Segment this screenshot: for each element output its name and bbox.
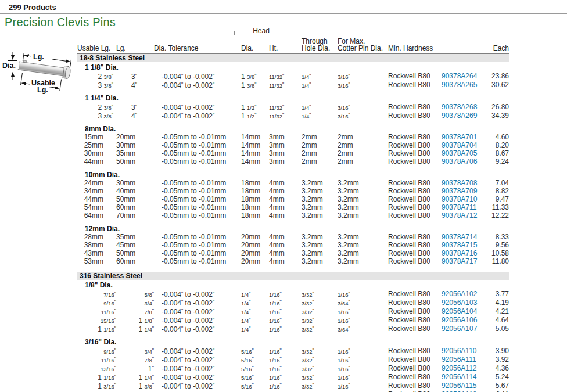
cell-price-each: 23.86	[485, 72, 509, 81]
cell-part-number: 90378A701	[442, 134, 485, 142]
part-number-link[interactable]: 90378A269	[442, 112, 477, 120]
cell-dia-tolerance: -0.004" to -0.002"	[154, 355, 241, 364]
part-number-link[interactable]: 90378A715	[442, 241, 477, 249]
cell-head-ht: 4mm	[269, 242, 302, 250]
part-number-link[interactable]: 92056A112	[442, 364, 477, 372]
cell-cotter-pin-dia: 3.2mm	[338, 196, 388, 204]
cell-lg: 20mm	[116, 134, 154, 142]
cell-lg: 4"	[116, 81, 154, 89]
cell-part-number: 90378A709	[442, 188, 485, 196]
cell-min-hardness: Rockwell B80	[388, 179, 442, 188]
cell-head-dia: 1/4"	[241, 325, 269, 333]
cell-part-number: 92056A102	[442, 290, 485, 299]
cell-usable-lg: 2 3/8"	[77, 72, 116, 81]
part-number-link[interactable]: 90378A709	[442, 187, 477, 195]
cell-head-ht: 1/16"	[269, 307, 302, 316]
cell-usable-lg: 1 5/16"	[77, 390, 116, 392]
cell-price-each: 5.67	[485, 382, 509, 390]
cell-dia-tolerance: -0.05mm to -0.01mm	[154, 150, 241, 158]
part-number-link[interactable]: 90378A705	[442, 149, 477, 157]
cell-dia-tolerance: -0.05mm to -0.01mm	[154, 196, 241, 204]
col-header-head-dia: Dia.	[241, 35, 269, 53]
part-number-link[interactable]: 92056A107	[442, 325, 477, 333]
part-number-link[interactable]: 90378A704	[442, 141, 477, 149]
cell-price-each: 4.64	[485, 316, 509, 325]
cell-head-dia: 18mm	[241, 179, 269, 188]
cell-head-ht: 3mm	[269, 150, 302, 158]
table-row: 25mm30mm-0.05mm to -0.01mm14mm3mm2mm2mmR…	[77, 142, 509, 150]
cell-lg: 7/8"	[116, 307, 154, 316]
table-body: 18-8 Stainless Steel1 1/8" Dia.2 3/8"3"-…	[77, 53, 509, 392]
cell-through-hole-dia: 3.2mm	[302, 179, 338, 188]
cell-head-dia: 20mm	[241, 242, 269, 250]
cell-cotter-pin-dia: 2mm	[338, 142, 388, 150]
part-number-link[interactable]: 90378A706	[442, 157, 477, 166]
cell-cotter-pin-dia: 3.2mm	[338, 250, 388, 258]
part-number-link[interactable]: 92056A110	[442, 347, 477, 355]
cell-head-dia: 18mm	[241, 196, 269, 204]
cell-cotter-pin-dia: 2mm	[338, 134, 388, 142]
part-number-link[interactable]: 92056A102	[442, 290, 477, 298]
cell-through-hole-dia: 1/4"	[302, 72, 338, 81]
cell-head-dia: 5/16"	[241, 347, 269, 355]
cell-price-each: 9.24	[485, 158, 509, 166]
col-header-head-ht: Ht.	[269, 35, 302, 53]
cell-usable-lg: 3 3/8"	[77, 112, 116, 120]
part-number-link[interactable]: 90378A701	[442, 133, 477, 141]
part-number-link[interactable]: 92056A106	[442, 316, 477, 324]
cell-lg: 45mm	[116, 242, 154, 250]
table-row: 9/16"3/4"-0.004" to -0.002"5/16"1/16"3/3…	[77, 347, 509, 355]
part-number-link[interactable]: 90378A708	[442, 179, 477, 187]
cell-head-ht: 4mm	[269, 188, 302, 196]
cell-head-dia: 14mm	[241, 158, 269, 166]
part-number-link[interactable]: 90378A714	[442, 233, 477, 241]
part-number-link[interactable]: 92056A114	[442, 373, 477, 381]
part-number-link[interactable]: 92056A111	[442, 355, 476, 364]
cell-through-hole-dia: 3/32"	[302, 307, 338, 316]
cell-head-ht: 1/16"	[269, 325, 302, 333]
part-number-link[interactable]: 90378A265	[442, 81, 477, 89]
cell-head-dia: 1 3/8"	[241, 72, 269, 81]
part-number-link[interactable]: 90378A712	[442, 211, 477, 220]
group-label: 8mm Dia.	[77, 120, 509, 134]
cell-dia-tolerance: -0.004" to -0.002"	[154, 373, 241, 382]
cell-head-dia: 18mm	[241, 212, 269, 220]
part-number-link[interactable]: 90378A716	[442, 249, 477, 257]
group-label: 1 1/4" Dia.	[77, 89, 509, 103]
group-label: 3/16" Dia.	[77, 333, 509, 347]
cell-head-ht: 11/32"	[269, 81, 302, 89]
table-row: 1 1/16"1 1/4"-0.004" to -0.002"1/4"1/16"…	[77, 325, 509, 333]
table-row: 13/16"1"-0.004" to -0.002"5/16"1/16"3/32…	[77, 364, 509, 373]
cell-head-dia: 1/4"	[241, 316, 269, 325]
part-number-link[interactable]: 90378A717	[442, 257, 477, 265]
part-number-link[interactable]: 92056A104	[442, 307, 477, 315]
cell-cotter-pin-dia: 1/16"	[338, 355, 388, 364]
cell-usable-lg: 54mm	[77, 204, 116, 212]
part-number-link[interactable]: 92056A116	[442, 390, 477, 392]
cell-head-ht: 11/32"	[269, 103, 302, 112]
cell-head-ht: 1/16"	[269, 373, 302, 382]
cell-part-number: 92056A103	[442, 299, 485, 307]
cell-head-ht: 11/32"	[269, 72, 302, 81]
table-row: 1 1/16"1 1/4"-0.004" to -0.002"5/16"1/16…	[77, 373, 509, 382]
part-number-link[interactable]: 92056A103	[442, 299, 477, 307]
cell-price-each: 5.05	[485, 325, 509, 333]
cell-cotter-pin-dia: 2mm	[338, 158, 388, 166]
diagram-usable-label-line2: Lg.	[37, 86, 48, 94]
cell-price-each: 34.39	[485, 112, 509, 120]
part-number-link[interactable]: 92056A115	[442, 382, 477, 390]
cell-dia-tolerance: -0.004" to -0.002"	[154, 364, 241, 373]
cell-usable-lg: 44mm	[77, 196, 116, 204]
part-number-link[interactable]: 90378A268	[442, 103, 477, 111]
part-number-link[interactable]: 90378A710	[442, 195, 477, 203]
cell-lg: 1 1/2"	[116, 390, 154, 392]
part-number-link[interactable]: 90378A711	[442, 203, 477, 211]
cell-head-dia: 20mm	[241, 258, 269, 266]
table-row: 38mm45mm-0.05mm to -0.01mm20mm4mm3.2mm3.…	[77, 242, 509, 250]
cell-dia-tolerance: -0.004" to -0.002"	[154, 299, 241, 307]
cell-min-hardness: Rockwell B80	[388, 233, 442, 242]
head-bracket: Head	[234, 31, 288, 35]
part-number-link[interactable]: 90378A264	[442, 72, 477, 80]
head-bracket-label: Head	[250, 27, 272, 34]
cell-part-number: 90378A706	[442, 158, 485, 166]
